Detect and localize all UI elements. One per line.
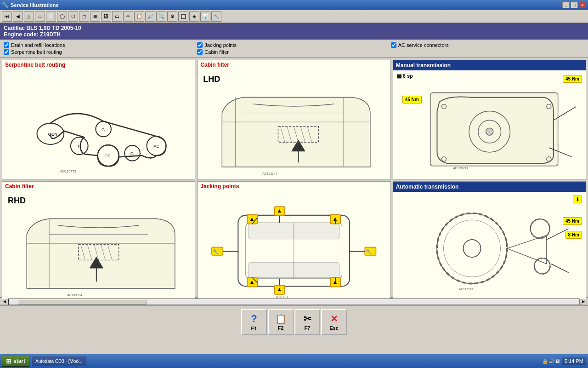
lhd-label: LHD [199,73,224,86]
cb-jacking[interactable] [197,42,203,48]
toolbar-btn-13[interactable]: 📋 [134,12,144,22]
close-button[interactable]: × [579,2,586,8]
auto-torque-8: 8 Nm [565,231,582,239]
svg-point-73 [443,220,500,277]
panel-jacking-title: Jacking points [198,182,390,191]
toolbar-btn-4[interactable]: ▭ [35,12,45,22]
f7-button[interactable]: ✂ F7 [294,309,320,335]
checkbox-jacking[interactable]: Jacking points [197,42,390,48]
f1-label: F1 [251,326,257,331]
toolbar-btn-14[interactable]: 🔎 [145,12,155,22]
svg-text:G: G [130,151,134,156]
svg-text:▲: ▲ [277,286,282,293]
toolbar-btn-10[interactable]: 🖼 [101,12,111,22]
start-button[interactable]: ⊞ start [2,356,29,367]
panel-cabin-lhd-title: Cabin filter [198,60,390,69]
svg-text:AD100094: AD100094 [67,293,82,296]
scrollbar-thumb[interactable] [18,299,147,305]
scrollbar-track[interactable] [8,299,580,305]
checkbox-col1: Drain and refill locations Serpentine be… [4,42,197,55]
vehicle-line2: Engine code: Z19DTH [4,31,584,38]
toolbar-btn-9[interactable]: 🔳 [90,12,100,22]
svg-text:AD1397T1: AD1397T1 [453,166,468,169]
svg-point-74 [463,240,481,257]
checkbox-serpentine[interactable]: Serpentine belt routing [4,49,197,55]
toolbar: ⏮ ◀ △ ▭ ⬜ ◯ ⬡ ◻ 🔳 🖼 🗂 ✏ 📋 🔎 🔍 ⚙ 🔲 ◈ 📊 🔧 [0,10,588,23]
f7-icon: ✂ [304,313,311,324]
toolbar-btn-17[interactable]: 🔲 [178,12,188,22]
esc-button[interactable]: ✕ Esc [321,309,347,335]
panel-auto-trans-body: ⬇ 45 Nm 8 Nm [393,192,586,300]
6sp-label: ▦ 6 sp [397,73,413,79]
panel-cabin-rhd-title: Cabin filter [2,182,195,191]
panel-cabin-lhd-body: LHD AD122147 [198,69,390,179]
toolbar-btn-8[interactable]: ◻ [79,12,89,22]
svg-text:AD122147: AD122147 [263,172,277,175]
svg-text:🔧: 🔧 [213,248,219,255]
function-bar: ? F1 📋 F2 ✂ F7 ✕ Esc [0,305,588,338]
panel-serpentine-title: Serpentine belt routing [2,60,195,69]
toolbar-btn-7[interactable]: ⬡ [68,12,78,22]
svg-text:CS: CS [104,153,110,158]
panel-auto-trans-title: Automatic transmission [393,182,586,192]
nav-prev-button[interactable]: ◀ [13,12,23,22]
panel-jacking: Jacking points ▲ ▲ ▲ [197,181,390,301]
rhd-label: RHD [4,194,29,207]
taskbar-autodata-label: Autodata CD3 - [Mod... [35,359,82,364]
window-controls: _ □ × [562,2,586,8]
svg-text:▲: ▲ [277,207,282,214]
checkbox-col2: Jacking points Cabin filter [197,42,390,55]
torque-tag-1: 45 Nm [563,75,582,83]
panel-serpentine-body: GEN T G G CS AC AD1357T2 [2,69,195,179]
panel-auto-trans: Automatic transmission ⬇ 45 Nm 8 Nm [393,181,586,301]
cabin-lhd-svg: AD122147 [199,86,388,176]
cb-drain[interactable] [4,42,9,48]
vehicle-line1: Cadillac BLS 1,9D TD 2005-10 [4,25,584,31]
checkboxes-area: Drain and refill locations Serpentine be… [0,40,588,58]
checkbox-drain[interactable]: Drain and refill locations [4,42,197,48]
toolbar-btn-18[interactable]: ◈ [189,12,199,22]
nav-first-button[interactable]: ⏮ [2,12,12,22]
toolbar-btn-5[interactable]: ⬜ [46,12,56,22]
svg-text:G: G [102,127,105,132]
minimize-button[interactable]: _ [562,2,570,8]
checkbox-ac[interactable]: AC service connectors [391,42,584,48]
manual-trans-svg: AD1397T1 [403,79,576,171]
scrollbar-area: ◀ ▶ [0,297,588,305]
checkbox-cabin[interactable]: Cabin filter [197,49,390,55]
cb-cabin[interactable] [197,49,203,55]
checkbox-col3: AC service connectors [391,42,584,55]
toolbar-btn-11[interactable]: 🗂 [112,12,122,22]
toolbar-btn-20[interactable]: 🔧 [211,12,221,22]
system-tray-icons: 🔒🔊🖥 [542,358,560,364]
maximize-button[interactable]: □ [571,2,578,8]
vehicle-info: Cadillac BLS 1,9D TD 2005-10 Engine code… [0,23,588,40]
esc-label: Esc [329,325,339,331]
f1-button[interactable]: ? F1 [241,309,267,335]
start-label: start [13,358,25,364]
cb-serpentine[interactable] [4,49,9,55]
taskbar-right: 🔒🔊🖥 5:14 PM [542,357,586,365]
svg-text:▲: ▲ [249,216,255,222]
app-icon: 🔧 [2,2,9,8]
toolbar-btn-16[interactable]: ⚙ [167,12,177,22]
taskbar-item-autodata[interactable]: Autodata CD3 - [Mod... [31,356,86,366]
svg-text:AC: AC [153,144,159,149]
panel-manual-trans: Manual transmission ▦ 6 sp 45 Nm 45 Nm [393,60,586,179]
title-bar: 🔧 Service illustrations _ □ × [0,0,588,10]
panel-manual-trans-title: Manual transmission [393,60,586,70]
app-title: Service illustrations [11,2,59,8]
cb-ac[interactable] [391,42,396,48]
toolbar-btn-6[interactable]: ◯ [57,12,67,22]
toolbar-btn-12[interactable]: ✏ [123,12,133,22]
illustrations-grid: Serpentine belt routing GEN T G G CS [0,58,588,297]
toolbar-btn-15[interactable]: 🔍 [156,12,166,22]
toolbar-btn-3[interactable]: △ [24,12,34,22]
auto-oil-tag: ⬇ [573,196,582,203]
windows-logo: ⊞ [6,357,11,365]
clock: 5:14 PM [562,357,586,365]
f2-button[interactable]: 📋 F2 [268,309,294,335]
taskbar-items: Autodata CD3 - [Mod... [31,356,540,366]
toolbar-btn-19[interactable]: 📊 [200,12,210,22]
taskbar: ⊞ start Autodata CD3 - [Mod... 🔒🔊🖥 5:14 … [0,354,588,368]
